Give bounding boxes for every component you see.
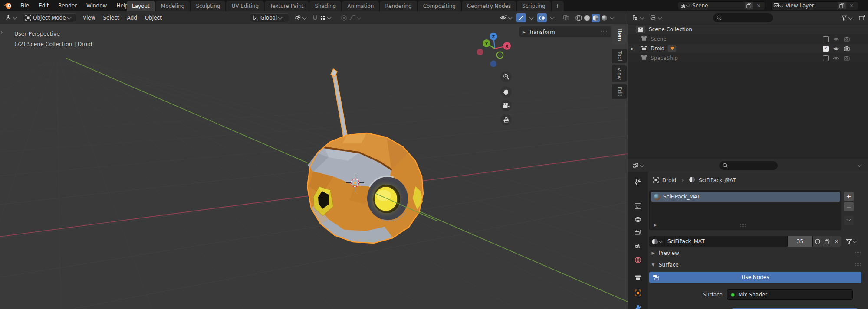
render-visibility-icon[interactable] bbox=[844, 55, 850, 61]
overlays-toggle[interactable] bbox=[537, 13, 554, 22]
object-visibility-button[interactable] bbox=[497, 13, 514, 22]
tab-object[interactable] bbox=[631, 287, 644, 299]
workspace-tab-layout[interactable]: Layout bbox=[127, 1, 155, 11]
surface-shader-field[interactable]: Mix Shader bbox=[727, 289, 853, 300]
gizmo-x[interactable]: X bbox=[503, 42, 511, 50]
pin-icon[interactable] bbox=[724, 177, 730, 183]
camera-view-button[interactable] bbox=[500, 100, 512, 111]
sidebar-tab-edit[interactable]: Edit bbox=[612, 84, 627, 99]
properties-editor-type-button[interactable] bbox=[630, 161, 646, 170]
sidebar-tab-tool[interactable]: Tool bbox=[612, 49, 627, 63]
workspace-tab-shading[interactable]: Shading bbox=[309, 1, 341, 11]
view-layer-selector[interactable]: View Layer × bbox=[771, 1, 858, 10]
collection-checkbox[interactable] bbox=[823, 36, 829, 42]
add-slot-button[interactable]: + bbox=[844, 192, 854, 201]
blender-logo[interactable] bbox=[3, 2, 12, 10]
new-scene-button[interactable] bbox=[745, 2, 753, 9]
panel-grip[interactable] bbox=[855, 263, 862, 267]
panel-grip[interactable] bbox=[855, 252, 862, 255]
pan-button[interactable] bbox=[500, 86, 512, 98]
shading-rendered-icon[interactable] bbox=[601, 14, 608, 22]
sidebar-tab-item[interactable]: Item bbox=[612, 26, 627, 45]
tab-modifiers[interactable] bbox=[631, 302, 644, 309]
browse-material-button[interactable] bbox=[649, 236, 664, 247]
remove-view-layer-button[interactable]: × bbox=[847, 2, 856, 9]
unlink-material-button[interactable]: × bbox=[832, 236, 841, 247]
tab-collection[interactable] bbox=[631, 271, 644, 283]
ortho-toggle-button[interactable] bbox=[500, 114, 512, 125]
tab-world[interactable] bbox=[631, 254, 644, 266]
properties-search[interactable] bbox=[719, 161, 778, 170]
outliner-display-mode-button[interactable] bbox=[648, 13, 664, 22]
outliner-search[interactable] bbox=[713, 13, 773, 22]
workspace-tab-modeling[interactable]: Modeling bbox=[156, 1, 190, 11]
shading-solid-icon[interactable] bbox=[583, 14, 591, 22]
sidebar-tab-view[interactable]: View bbox=[612, 65, 627, 82]
render-visibility-icon[interactable] bbox=[844, 36, 850, 42]
gizmo-minus-y[interactable] bbox=[497, 52, 503, 59]
collection-checkbox[interactable] bbox=[823, 55, 829, 61]
viewport-menu-add[interactable]: Add bbox=[123, 11, 141, 24]
tab-render[interactable] bbox=[631, 200, 644, 212]
unlink-scene-button[interactable]: × bbox=[754, 2, 763, 9]
workspace-tab-animation[interactable]: Animation bbox=[342, 1, 379, 11]
workspace-tab-rendering[interactable]: Rendering bbox=[380, 1, 417, 11]
hide-eye-icon[interactable] bbox=[833, 56, 839, 61]
fake-user-button[interactable] bbox=[812, 236, 822, 247]
scene-name[interactable]: Scene bbox=[690, 3, 744, 9]
gizmo-minus-z[interactable] bbox=[490, 61, 497, 67]
viewport-menu-view[interactable]: View bbox=[79, 11, 99, 24]
zoom-button[interactable] bbox=[500, 71, 512, 82]
snap-to-icon[interactable] bbox=[320, 15, 326, 21]
expand-arrow-icon[interactable]: ▶ bbox=[630, 47, 635, 51]
gizmo-z[interactable]: Z bbox=[490, 33, 497, 40]
menu-edit[interactable]: Edit bbox=[34, 0, 53, 11]
add-workspace-tab[interactable]: + bbox=[552, 1, 564, 11]
shading-wireframe-icon[interactable] bbox=[575, 14, 582, 22]
proportional-edit-icon[interactable] bbox=[341, 15, 347, 21]
workspace-tab-uv-editing[interactable]: UV Editing bbox=[226, 1, 264, 11]
toolbar-expand-arrow[interactable]: › bbox=[0, 29, 3, 36]
material-users-count[interactable]: 35 bbox=[787, 236, 812, 247]
xray-toggle[interactable] bbox=[561, 13, 572, 22]
tab-scene[interactable] bbox=[631, 239, 644, 251]
list-resize-grip[interactable] bbox=[740, 224, 747, 227]
gizmo-minus-x[interactable] bbox=[477, 49, 483, 55]
pivot-point-button[interactable] bbox=[293, 13, 308, 22]
new-collection-button[interactable] bbox=[857, 13, 868, 22]
outliner-row-spaceship[interactable]: SpaceShip bbox=[628, 53, 868, 63]
workspace-tab-sculpting[interactable]: Sculpting bbox=[191, 1, 225, 11]
workspace-tab-texture-paint[interactable]: Texture Paint bbox=[265, 1, 309, 11]
viewport-3d[interactable]: › User Perspective (72) Scene Collection… bbox=[0, 24, 628, 309]
tab-tool[interactable] bbox=[631, 176, 644, 188]
shading-material-icon[interactable] bbox=[592, 15, 599, 21]
editor-type-button[interactable] bbox=[3, 13, 19, 22]
list-expand-arrow[interactable]: ▶ bbox=[654, 223, 657, 227]
snap-magnet-icon[interactable] bbox=[312, 15, 318, 21]
workspace-tab-compositing[interactable]: Compositing bbox=[418, 1, 461, 11]
view-layer-name[interactable]: View Layer bbox=[783, 3, 837, 9]
scene-selector[interactable]: Scene × bbox=[678, 1, 765, 10]
material-slot-selected[interactable]: SciFiPack_MAT bbox=[651, 192, 840, 202]
tab-output[interactable] bbox=[631, 213, 644, 225]
menu-window[interactable]: Window bbox=[82, 0, 112, 11]
material-filter-button[interactable] bbox=[843, 236, 859, 247]
menu-render[interactable]: Render bbox=[53, 0, 82, 11]
transform-orientation-selector[interactable]: Global bbox=[250, 13, 289, 22]
navigation-gizmo[interactable]: Z Y X bbox=[471, 29, 519, 77]
panel-grip[interactable] bbox=[601, 31, 608, 34]
render-visibility-icon[interactable] bbox=[844, 46, 850, 51]
viewport-menu-select[interactable]: Select bbox=[99, 11, 123, 24]
outliner-row-scene-collection[interactable]: Scene Collection bbox=[628, 25, 868, 34]
hide-eye-icon[interactable] bbox=[833, 37, 839, 42]
viewport-menu-object[interactable]: Object bbox=[141, 11, 166, 24]
chevron-down-icon[interactable] bbox=[610, 15, 615, 20]
outliner-editor-type-button[interactable] bbox=[630, 13, 646, 22]
slot-specials-button[interactable] bbox=[844, 216, 854, 225]
use-nodes-button[interactable]: Use Nodes bbox=[649, 272, 861, 283]
workspace-tab-scripting[interactable]: Scripting bbox=[517, 1, 550, 11]
workspace-tab-geometry-nodes[interactable]: Geometry Nodes bbox=[462, 1, 516, 11]
collection-checkbox[interactable] bbox=[823, 46, 829, 52]
chevron-down-icon[interactable] bbox=[357, 15, 362, 20]
new-material-button[interactable] bbox=[822, 236, 832, 247]
